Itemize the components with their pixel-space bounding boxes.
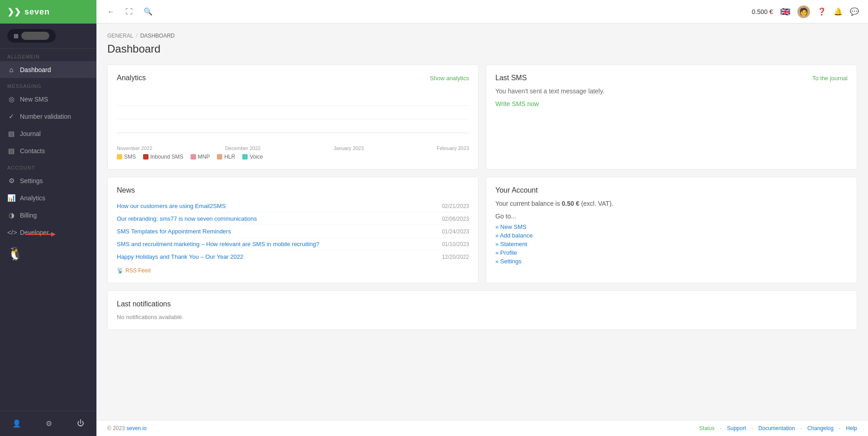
sidebar-item-developer[interactable]: </> Developer — [0, 224, 96, 241]
sidebar-label-journal: Journal — [20, 130, 41, 137]
notifications-card-title: Last notifications — [117, 300, 171, 308]
news-card: News How our customers are using Email2S… — [107, 177, 479, 283]
sidebar-item-contacts[interactable]: ▤ Contacts — [0, 142, 96, 160]
search-button[interactable]: 🔍 — [142, 5, 154, 18]
section-messaging: MESSAGING — [0, 78, 96, 91]
journal-icon: ▤ — [7, 130, 15, 138]
sidebar-account-section: ⊞ — [0, 24, 96, 48]
balance-display: 0.500 € — [752, 8, 773, 15]
page-content: GENERAL / DASHBOARD Dashboard Analytics … — [96, 24, 868, 420]
news-article-link[interactable]: Happy Holidays and Thank You – Our Year … — [117, 253, 436, 260]
back-button[interactable]: ← — [106, 6, 116, 18]
analytics-chart-svg — [117, 87, 469, 142]
language-flag[interactable]: 🇬🇧 — [780, 7, 790, 17]
sidebar-item-journal[interactable]: ▤ Journal — [0, 125, 96, 142]
legend-inbound-sms: Inbound SMS — [143, 154, 183, 160]
logo-icon: ❯❯ — [7, 7, 21, 17]
account-name-badge — [21, 32, 49, 40]
goto-label: Go to... — [495, 213, 848, 220]
news-list-item: SMS and recruitment marketing – How rele… — [117, 238, 469, 251]
show-analytics-link[interactable]: Show analytics — [430, 75, 469, 82]
sidebar-item-number-validation[interactable]: ✓ Number validation — [0, 108, 96, 125]
sidebar-item-new-sms[interactable]: ◎ New SMS — [0, 91, 96, 108]
news-article-link[interactable]: SMS Templates for Appointment Reminders — [117, 228, 436, 235]
footer-link-status[interactable]: Status — [699, 425, 715, 431]
rss-feed-link[interactable]: 📡 RSS Feed — [117, 267, 469, 274]
sidebar-label-new-sms: New SMS — [20, 96, 48, 103]
billing-icon: ◑ — [7, 211, 15, 219]
notifications-bell-icon[interactable]: 🔔 — [834, 7, 843, 16]
section-allgemein: ALLGEMEIN — [0, 48, 96, 61]
footer-link-documentation[interactable]: Documentation — [758, 425, 795, 431]
sidebar: ❯❯ seven ⊞ ALLGEMEIN ⌂ Dashboard MESSAGI… — [0, 0, 96, 436]
footer-link-support[interactable]: Support — [727, 425, 746, 431]
grid-icon: ⊞ — [14, 33, 19, 39]
breadcrumb-dashboard: DASHBOARD — [140, 33, 175, 39]
legend-dot-sms — [117, 154, 122, 160]
footer-link-changelog[interactable]: Changelog — [807, 425, 834, 431]
top-cards-row: Analytics Show analytics November 2022 D… — [107, 64, 857, 170]
to-the-journal-link[interactable]: To the journal — [812, 75, 848, 82]
news-article-link[interactable]: How our customers are using Email2SMS — [117, 203, 436, 209]
expand-button[interactable]: ⛶ — [124, 6, 134, 18]
news-article-link[interactable]: SMS and recruitment marketing – How rele… — [117, 241, 436, 247]
news-list-item: Our rebranding: sms77 is now seven commu… — [117, 213, 469, 225]
power-icon[interactable]: ⏻ — [74, 417, 87, 431]
account-goto-link[interactable]: » New SMS — [495, 223, 848, 231]
sidebar-label-dashboard: Dashboard — [20, 66, 51, 73]
decorative-person: 🐧 — [0, 241, 96, 263]
footer-site-link[interactable]: seven.io — [126, 425, 147, 431]
sidebar-item-settings[interactable]: ⚙ Settings — [0, 172, 96, 189]
chart-labels: November 2022 December 2022 January 2023… — [117, 145, 469, 151]
topbar-right: 0.500 € 🇬🇧 🧑 ❓ 🔔 💬 — [752, 5, 859, 18]
breadcrumb: GENERAL / DASHBOARD — [107, 33, 857, 39]
account-pill[interactable]: ⊞ — [7, 29, 56, 43]
write-sms-link[interactable]: Write SMS now — [495, 100, 539, 107]
legend-voice: Voice — [242, 154, 263, 160]
last-notifications-card: Last notifications No notifications avai… — [107, 291, 857, 330]
dashboard-icon: ⌂ — [7, 66, 15, 73]
main-content: ← ⛶ 🔍 0.500 € 🇬🇧 🧑 ❓ 🔔 💬 GENERAL / DASHB… — [96, 0, 868, 436]
news-date: 01/10/2023 — [442, 241, 469, 247]
sidebar-label-number-validation: Number validation — [20, 113, 71, 120]
gear-icon[interactable]: ⚙ — [43, 417, 55, 431]
topbar-left: ← ⛶ 🔍 — [106, 5, 154, 18]
legend-dot-hlr — [217, 154, 222, 160]
news-date: 12/20/2022 — [442, 254, 469, 260]
sidebar-bottom-actions: 👤 ⚙ ⏻ — [0, 411, 96, 436]
chart-label-nov: November 2022 — [117, 145, 152, 151]
news-list: How our customers are using Email2SMS02/… — [117, 200, 469, 263]
chart-label-dec: December 2022 — [225, 145, 260, 151]
topbar: ← ⛶ 🔍 0.500 € 🇬🇧 🧑 ❓ 🔔 💬 — [96, 0, 868, 24]
footer-links: Status · Support · Documentation · Chang… — [699, 425, 857, 431]
sidebar-label-developer: Developer — [20, 229, 49, 236]
account-goto-link[interactable]: » Profile — [495, 248, 848, 257]
sidebar-item-billing[interactable]: ◑ Billing — [0, 207, 96, 224]
legend-hlr: HLR — [217, 154, 235, 160]
profile-icon[interactable]: 👤 — [10, 417, 24, 431]
page-title: Dashboard — [107, 43, 857, 55]
legend-mnp: MNP — [191, 154, 210, 160]
svg-marker-1 — [51, 232, 56, 237]
account-goto-link[interactable]: » Add balance — [495, 231, 848, 240]
news-date: 02/06/2023 — [442, 216, 469, 222]
developer-icon: </> — [7, 228, 15, 236]
logo-text: seven — [24, 7, 50, 17]
analytics-card-title: Analytics — [117, 74, 146, 82]
news-card-header: News — [117, 186, 469, 194]
last-sms-card-header: Last SMS To the journal — [495, 74, 848, 82]
chat-icon[interactable]: 💬 — [850, 7, 859, 16]
user-avatar[interactable]: 🧑 — [797, 5, 810, 18]
sidebar-item-dashboard[interactable]: ⌂ Dashboard — [0, 61, 96, 78]
account-goto-link[interactable]: » Statement — [495, 240, 848, 248]
account-card-header: Your Account — [495, 186, 848, 194]
sidebar-label-settings: Settings — [20, 177, 43, 184]
news-article-link[interactable]: Our rebranding: sms77 is now seven commu… — [117, 215, 436, 222]
your-account-card: Your Account Your current balance is 0.5… — [486, 177, 857, 283]
help-icon[interactable]: ❓ — [817, 7, 826, 16]
footer-link-help[interactable]: Help — [846, 425, 857, 431]
account-goto-link[interactable]: » Settings — [495, 257, 848, 266]
legend-dot-voice — [242, 154, 248, 160]
sidebar-item-analytics[interactable]: 📊 Analytics — [0, 189, 96, 207]
account-card-title: Your Account — [495, 186, 538, 194]
